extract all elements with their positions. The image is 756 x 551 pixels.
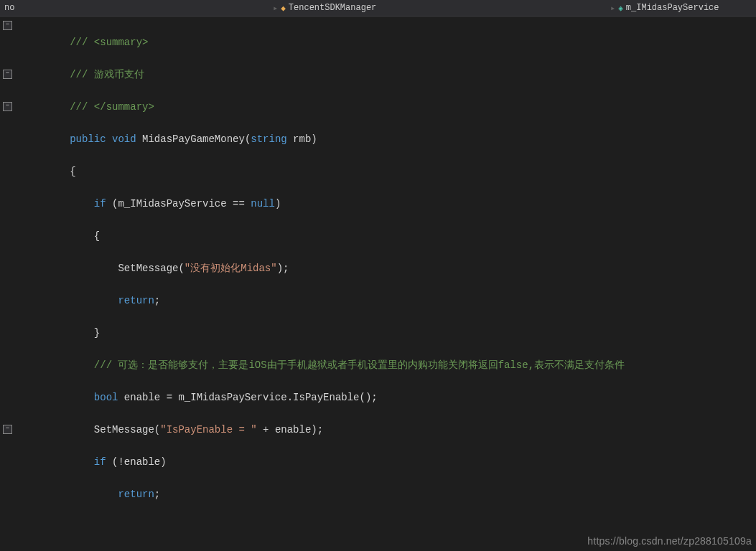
code-text: MidasPayGameMoney(	[136, 133, 251, 145]
gutter: − − − −	[0, 17, 16, 551]
code-text: void	[112, 133, 136, 145]
code-text: {	[94, 230, 100, 242]
code-text: bool	[94, 392, 118, 403]
code-text: /// <summary>	[70, 37, 148, 48]
fold-toggle[interactable]: −	[3, 21, 12, 30]
code-text: + enable);	[257, 424, 323, 435]
crumb-center[interactable]: ▸ ◆ TencentSDKManager	[273, 3, 376, 14]
code-text: ;	[154, 489, 160, 500]
code-text: public	[70, 133, 106, 145]
code-text: null	[251, 198, 275, 209]
code-text: /// </summary>	[70, 101, 154, 113]
code-text: rmb)	[287, 133, 317, 145]
code-text: "IsPayEnable = "	[160, 424, 256, 435]
code-text: /// 游戏币支付	[70, 69, 144, 80]
crumb-left[interactable]: no	[0, 3, 19, 13]
code-text: SetMessage(	[118, 263, 184, 274]
code-text: (!enable)	[106, 456, 167, 468]
code-text: string	[251, 133, 286, 145]
code-text: {	[70, 166, 75, 177]
code-text: if	[94, 456, 106, 468]
code-text: );	[277, 263, 289, 274]
code-text: "没有初始化Midas"	[185, 263, 277, 274]
code-text: ;	[154, 295, 160, 306]
chevron-right-icon: ▸	[610, 3, 615, 14]
code-text: return	[118, 489, 154, 500]
code-text: SetMessage(	[94, 424, 160, 435]
chevron-right-icon: ▸	[273, 3, 278, 14]
code-text: (m_IMidasPayService ==	[106, 198, 251, 209]
fold-toggle[interactable]: −	[3, 70, 12, 79]
crumb-right[interactable]: ▸ ◈ m_IMidasPayService	[610, 3, 719, 14]
code-text: )	[275, 198, 281, 209]
code-text: }	[94, 327, 100, 339]
fold-toggle[interactable]: −	[3, 102, 12, 111]
code-text: return	[118, 295, 154, 306]
editor: − − − − /// <summary> /// 游戏币支付 /// </su…	[0, 17, 756, 551]
code-text: if	[94, 198, 106, 209]
crumb-center-label: TencentSDKManager	[289, 3, 376, 13]
code-area[interactable]: /// <summary> /// 游戏币支付 /// </summary> p…	[16, 17, 756, 551]
code-text: /// 可选：是否能够支付，主要是iOS由于手机越狱或者手机设置里的内购功能关闭…	[94, 359, 625, 371]
class-icon: ◆	[281, 4, 286, 13]
code-text: enable = m_IMidasPayService.IsPayEnable(…	[118, 392, 377, 403]
field-icon: ◈	[618, 4, 623, 13]
watermark: https://blog.csdn.net/zp288105109a	[587, 535, 752, 547]
breadcrumb-bar: no ▸ ◆ TencentSDKManager ▸ ◈ m_IMidasPay…	[0, 0, 756, 17]
fold-toggle[interactable]: −	[3, 425, 12, 434]
crumb-right-label: m_IMidasPayService	[626, 3, 719, 13]
